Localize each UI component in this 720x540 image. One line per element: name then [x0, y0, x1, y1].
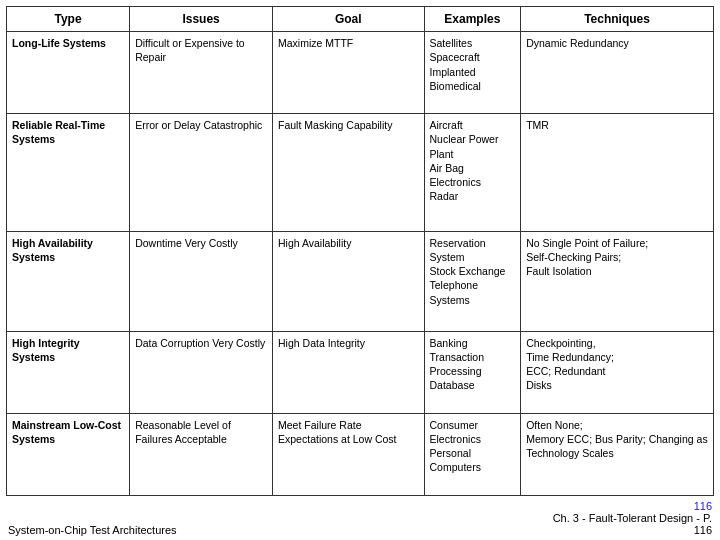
cell-techniques: Dynamic Redundancy — [521, 32, 714, 114]
cell-examples: Reservation SystemStock ExchangeTelephon… — [424, 231, 521, 331]
cell-goal: High Data Integrity — [273, 331, 425, 413]
cell-techniques: Often None;Memory ECC; Bus Parity; Chang… — [521, 413, 714, 495]
page: Type Issues Goal Examples Techniques Lon… — [0, 0, 720, 540]
table-row: High Integrity SystemsData Corruption Ve… — [7, 331, 714, 413]
footer-right: 116 Ch. 3 - Fault-Tolerant Design - P. 1… — [553, 500, 712, 536]
cell-goal: Meet Failure Rate Expectations at Low Co… — [273, 413, 425, 495]
cell-type: Long-Life Systems — [7, 32, 130, 114]
cell-issues: Difficult or Expensive to Repair — [130, 32, 273, 114]
cell-goal: Fault Masking Capability — [273, 114, 425, 232]
table-row: Reliable Real-Time SystemsError or Delay… — [7, 114, 714, 232]
col-header-techniques: Techniques — [521, 7, 714, 32]
cell-type: High Integrity Systems — [7, 331, 130, 413]
cell-issues: Error or Delay Catastrophic — [130, 114, 273, 232]
cell-goal: Maximize MTTF — [273, 32, 425, 114]
footer-chapter: Ch. 3 - Fault-Tolerant Design - P. — [553, 512, 712, 524]
cell-goal: High Availability — [273, 231, 425, 331]
col-header-issues: Issues — [130, 7, 273, 32]
cell-examples: Consumer ElectronicsPersonal Computers — [424, 413, 521, 495]
col-header-examples: Examples — [424, 7, 521, 32]
cell-type: Reliable Real-Time Systems — [7, 114, 130, 232]
cell-type: Mainstream Low-Cost Systems — [7, 413, 130, 495]
cell-issues: Downtime Very Costly — [130, 231, 273, 331]
table-row: High Availability SystemsDowntime Very C… — [7, 231, 714, 331]
cell-examples: SatellitesSpacecraftImplanted Biomedical — [424, 32, 521, 114]
footer-left-text: System-on-Chip Test Architectures — [8, 524, 177, 536]
main-table: Type Issues Goal Examples Techniques Lon… — [6, 6, 714, 496]
cell-issues: Reasonable Level of Failures Acceptable — [130, 413, 273, 495]
cell-examples: BankingTransaction ProcessingDatabase — [424, 331, 521, 413]
table-row: Mainstream Low-Cost SystemsReasonable Le… — [7, 413, 714, 495]
col-header-type: Type — [7, 7, 130, 32]
cell-techniques: Checkpointing,Time Redundancy;ECC; Redun… — [521, 331, 714, 413]
cell-examples: AircraftNuclear Power PlantAir Bag Elect… — [424, 114, 521, 232]
header-row: Type Issues Goal Examples Techniques — [7, 7, 714, 32]
col-header-goal: Goal — [273, 7, 425, 32]
page-number: 116 — [694, 500, 712, 512]
table-row: Long-Life SystemsDifficult or Expensive … — [7, 32, 714, 114]
footer: System-on-Chip Test Architectures 116 Ch… — [6, 496, 714, 536]
cell-techniques: No Single Point of Failure;Self-Checking… — [521, 231, 714, 331]
cell-type: High Availability Systems — [7, 231, 130, 331]
cell-techniques: TMR — [521, 114, 714, 232]
cell-issues: Data Corruption Very Costly — [130, 331, 273, 413]
footer-page-num-2: 116 — [694, 524, 712, 536]
